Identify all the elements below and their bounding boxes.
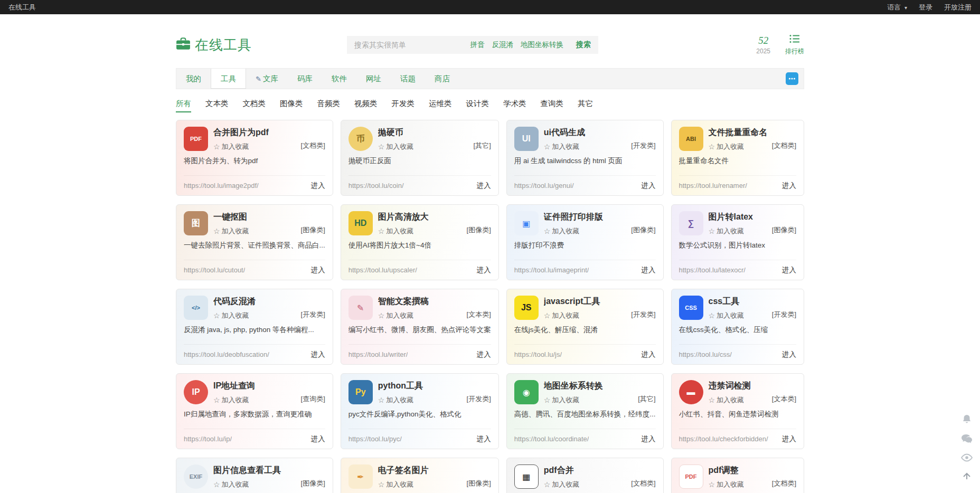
tool-url[interactable]: https://tool.lu/css/ xyxy=(679,350,732,358)
tool-card[interactable]: ✒ 电子签名图片 ☆ 加入收藏 [图像类] 生成电子签名图片 进入 xyxy=(341,458,499,493)
tool-url[interactable]: https://tool.lu/ip/ xyxy=(184,435,232,443)
enter-link[interactable]: 进入 xyxy=(306,266,325,275)
tool-url[interactable]: https://tool.lu/renamer/ xyxy=(679,182,747,189)
enter-link[interactable]: 进入 xyxy=(636,181,656,191)
tool-url[interactable]: https://tool.lu/image2pdf/ xyxy=(184,182,259,189)
tool-card[interactable]: JS javascript工具 ☆ 加入收藏 [开发类] 在线js美化、解压缩、… xyxy=(506,289,664,365)
tool-url[interactable]: https://tool.lu/checkforbidden/ xyxy=(679,435,768,443)
topbar-item[interactable]: 开放注册 xyxy=(944,3,972,12)
hot-search-link[interactable]: 拼音 xyxy=(470,40,485,50)
tab-软件[interactable]: 软件 xyxy=(322,69,356,89)
topbar-brand[interactable]: 在线工具 xyxy=(8,3,36,12)
category-音频类[interactable]: 音频类 xyxy=(317,99,341,112)
tool-card[interactable]: ▦ pdf合并 ☆ 加入收藏 [文档类] 将多个pdf文件合并成一... 进入 xyxy=(506,458,664,493)
category-tag: [文档类] xyxy=(772,479,796,488)
enter-link[interactable]: 进入 xyxy=(306,434,325,444)
tool-url[interactable]: https://tool.lu/cutout/ xyxy=(184,266,245,274)
enter-link[interactable]: 进入 xyxy=(777,350,796,359)
tab-文库[interactable]: ✎文库 xyxy=(246,69,288,89)
tool-description: 在线js美化、解压缩、混淆 xyxy=(514,325,656,344)
category-文档类[interactable]: 文档类 xyxy=(243,99,266,112)
tool-url[interactable]: https://tool.lu/latexocr/ xyxy=(679,266,746,274)
star-icon: ☆ xyxy=(709,143,715,151)
eye-icon[interactable] xyxy=(961,453,973,462)
enter-link[interactable]: 进入 xyxy=(777,266,796,275)
tool-url[interactable]: https://tool.lu/js/ xyxy=(514,350,562,358)
star-icon: ☆ xyxy=(544,396,551,404)
enter-link[interactable]: 进入 xyxy=(306,181,325,191)
search-button[interactable]: 搜索 xyxy=(576,40,591,50)
tool-card[interactable]: ∑ 图片转latex ☆ 加入收藏 [图像类] 数学公式识别，图片转latex … xyxy=(671,204,804,280)
ranking-link[interactable]: 排行榜 xyxy=(785,34,804,56)
folder-rename-icon: ABI xyxy=(679,127,703,151)
tool-card[interactable]: 图 一键抠图 ☆ 加入收藏 [图像类] 一键去除照片背景、证件照换背景、商品白.… xyxy=(176,204,333,280)
tool-url[interactable]: https://tool.lu/genui/ xyxy=(514,182,574,189)
category-开发类[interactable]: 开发类 xyxy=(392,99,415,112)
category-学术类[interactable]: 学术类 xyxy=(503,99,526,112)
tool-title: 文件批量重命名 xyxy=(709,127,796,138)
category-视频类[interactable]: 视频类 xyxy=(354,99,378,112)
back-to-top-icon[interactable] xyxy=(962,471,972,480)
tool-url[interactable]: https://tool.lu/upscaler/ xyxy=(348,266,417,274)
site-logo[interactable]: 在线工具 xyxy=(176,36,252,54)
tab-工具[interactable]: 工具 xyxy=(211,69,246,89)
enter-link[interactable]: 进入 xyxy=(472,266,491,275)
tool-url[interactable]: https://tool.lu/writer/ xyxy=(348,350,408,358)
enter-link[interactable]: 进入 xyxy=(472,350,491,359)
hot-search-link[interactable]: 地图坐标转换 xyxy=(521,40,563,50)
tool-url[interactable]: https://tool.lu/coin/ xyxy=(348,182,404,189)
tab-我的[interactable]: 我的 xyxy=(176,69,211,89)
enter-link[interactable]: 进入 xyxy=(636,266,656,275)
tool-card[interactable]: ✎ 智能文案撰稿 ☆ 加入收藏 [文本类] 编写小红书、微博、朋友圈、热点评论等… xyxy=(341,289,499,365)
category-图像类[interactable]: 图像类 xyxy=(280,99,303,112)
bell-icon[interactable] xyxy=(962,414,972,425)
javascript-icon: JS xyxy=(514,296,539,320)
enter-link[interactable]: 进入 xyxy=(636,350,656,359)
tool-card[interactable]: UI ui代码生成 ☆ 加入收藏 [开发类] 用 ai 生成 tailwindc… xyxy=(506,120,664,196)
tool-card[interactable]: IP IP地址查询 ☆ 加入收藏 [查询类] IP归属地查询，多家数据源，查询更… xyxy=(176,373,333,449)
category-设计类[interactable]: 设计类 xyxy=(466,99,489,112)
tab-网址[interactable]: 网址 xyxy=(356,69,391,89)
topbar-item[interactable]: 登录 xyxy=(919,3,932,12)
category-所有[interactable]: 所有 xyxy=(176,99,191,112)
category-文本类[interactable]: 文本类 xyxy=(205,99,229,112)
tool-url[interactable]: https://tool.lu/imageprint/ xyxy=(514,266,589,274)
hot-search-link[interactable]: 反混淆 xyxy=(492,40,514,50)
category-运维类[interactable]: 运维类 xyxy=(429,99,452,112)
star-icon: ☆ xyxy=(213,227,220,235)
tab-商店[interactable]: 商店 xyxy=(425,69,459,89)
tool-card[interactable]: ABI 文件批量重命名 ☆ 加入收藏 [文档类] 批量重命名文件 https:/… xyxy=(671,120,804,196)
tool-card[interactable]: CSS css工具 ☆ 加入收藏 [开发类] 在线css美化、格式化、压缩 ht… xyxy=(671,289,804,365)
tool-card[interactable]: </> 代码反混淆 ☆ 加入收藏 [开发类] 反混淆 java, js, php… xyxy=(176,289,333,365)
category-tag: [开发类] xyxy=(631,141,655,150)
tab-话题[interactable]: 话题 xyxy=(391,69,425,89)
tool-card[interactable]: EXIF 图片信息查看工具 ☆ 加入收藏 [图像类] 从sd生成的图片中提取pr… xyxy=(176,458,333,493)
tool-card[interactable]: PDF 合并图片为pdf ☆ 加入收藏 [文档类] 将图片合并为、转为pdf h… xyxy=(176,120,333,196)
tool-card[interactable]: Py python工具 ☆ 加入收藏 [开发类] pyc文件反编译,python… xyxy=(341,373,499,449)
search-input[interactable] xyxy=(354,41,462,49)
pdf-grid-merge-icon: ▦ xyxy=(514,464,539,489)
tool-url[interactable]: https://tool.lu/deobfuscation/ xyxy=(184,350,269,358)
category-其它[interactable]: 其它 xyxy=(578,99,593,112)
tool-card[interactable]: ◉ 地图坐标系转换 ☆ 加入收藏 [其它] 高德、腾讯、百度地图坐标系转换，经纬… xyxy=(506,373,664,449)
tool-card[interactable]: PDF pdf调整 ☆ 加入收藏 [文档类] pdf页面删除、旋转、... 进入 xyxy=(671,458,804,493)
enter-link[interactable]: 进入 xyxy=(472,434,491,444)
topbar-item[interactable]: 语言 ▾ xyxy=(887,3,907,12)
chat-messenger-icon[interactable] xyxy=(786,72,798,85)
tool-card[interactable]: HD 图片高清放大 ☆ 加入收藏 [图像类] 使用AI将图片放大1倍~4倍 ht… xyxy=(341,204,499,280)
enter-link[interactable]: 进入 xyxy=(636,434,656,444)
tool-url[interactable]: https://tool.lu/pyc/ xyxy=(348,435,402,443)
category-查询类[interactable]: 查询类 xyxy=(541,99,564,112)
tab-码库[interactable]: 码库 xyxy=(288,69,322,89)
enter-link[interactable]: 进入 xyxy=(777,434,796,444)
favorite-label: 加入收藏 xyxy=(222,142,249,151)
enter-link[interactable]: 进入 xyxy=(777,181,796,191)
ranking-list-icon xyxy=(789,34,800,45)
enter-link[interactable]: 进入 xyxy=(306,350,325,359)
tool-card[interactable]: 币 抛硬币 ☆ 加入收藏 [其它] 抛硬币正反面 https://tool.lu… xyxy=(341,120,499,196)
tool-url[interactable]: https://tool.lu/coordinate/ xyxy=(514,435,589,443)
tool-card[interactable]: ▬ 违禁词检测 ☆ 加入收藏 [文本类] 小红书、抖音、闲鱼违禁词检测 http… xyxy=(671,373,804,449)
tool-card[interactable]: ▣ 证件照打印排版 ☆ 加入收藏 [图像类] 排版打印不浪费 https://t… xyxy=(506,204,664,280)
wechat-icon[interactable] xyxy=(961,434,973,444)
enter-link[interactable]: 进入 xyxy=(472,181,491,191)
